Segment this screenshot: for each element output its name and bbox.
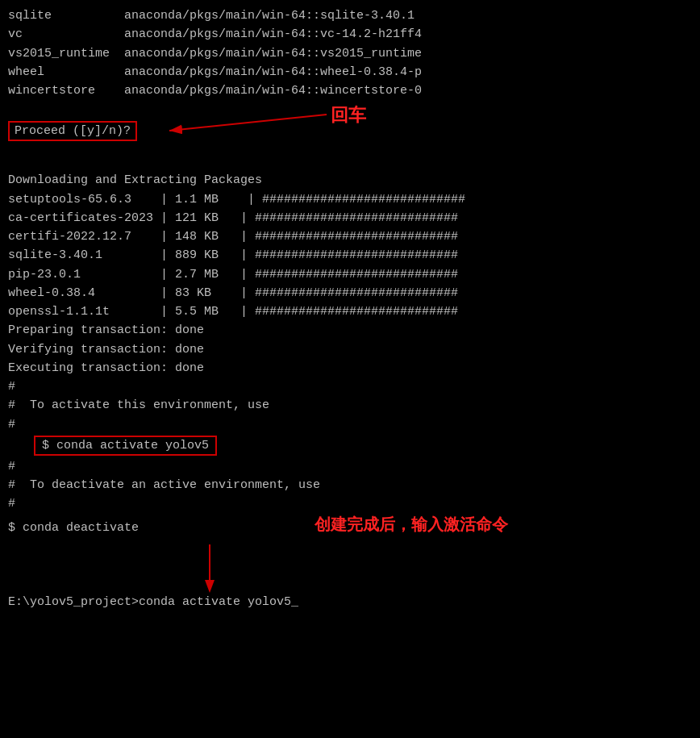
hash-4: # (8, 494, 692, 513)
executing-tx: Executing transaction: done (8, 359, 692, 377)
pkg-sqlite: sqlite-3.40.1 | 889 KB | ###############… (8, 246, 692, 265)
pkg-openssl: openssl-1.1.1t | 5.5 MB | ##############… (8, 302, 692, 321)
hash-3: # (8, 457, 692, 476)
activate-cmd-box: $ conda activate yolov5 (34, 436, 217, 456)
line-sqlite: sqlite anaconda/pkgs/main/win-64::sqlite… (8, 6, 692, 25)
pkg-setuptools: setuptools-65.6.3 | 1.1 MB | ###########… (8, 190, 692, 209)
pkg-pip: pip-23.0.1 | 2.7 MB | ##################… (8, 265, 692, 284)
line-vs2015: vs2015_runtime anaconda/pkgs/main/win-64… (8, 44, 692, 63)
annotation-chuangjian: 创建完成后，输入激活命令 (315, 514, 508, 536)
verifying-tx: Verifying transaction: done (8, 340, 692, 359)
terminal: sqlite anaconda/pkgs/main/win-64::sqlite… (0, 0, 700, 738)
arrow-huiche (161, 106, 331, 143)
line-wincert: wincertstore anaconda/pkgs/main/win-64::… (8, 81, 692, 100)
hash-1: # (8, 377, 692, 396)
deactivate-cmd: $ conda deactivate (8, 519, 139, 537)
line-wheel: wheel anaconda/pkgs/main/win-64::wheel-0… (8, 63, 692, 81)
downloading-header: Downloading and Extracting Packages (8, 171, 692, 190)
pkg-ca-certs: ca-certificates-2023 | 121 KB | ########… (8, 209, 692, 227)
svg-line-1 (169, 115, 327, 131)
hash-2: # (8, 415, 692, 434)
proceed-prompt: Proceed ([y]/n)? (8, 121, 137, 141)
final-prompt: E:\yolov5_project>conda activate yolov5_ (8, 593, 692, 611)
annotation-huiche: 回车 (331, 103, 366, 127)
pkg-certifi: certifi-2022.12.7 | 148 KB | ###########… (8, 227, 692, 246)
hash-deactivate-comment: # To deactivate an active environment, u… (8, 476, 692, 494)
preparing-tx: Preparing transaction: done (8, 321, 692, 340)
pkg-wheel: wheel-0.38.4 | 83 KB | #################… (8, 284, 692, 302)
hash-activate-comment: # To activate this environment, use (8, 396, 692, 415)
arrow-chuangjian (169, 544, 266, 593)
line-vc: vc anaconda/pkgs/main/win-64::vc-14.2-h2… (8, 25, 692, 44)
